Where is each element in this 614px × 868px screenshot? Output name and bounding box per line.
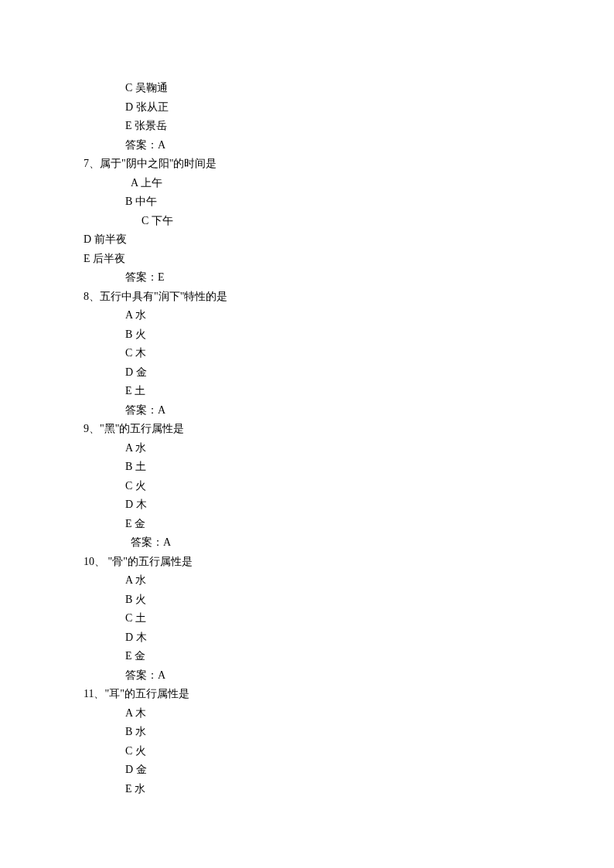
text-line: B 水 [70, 723, 614, 742]
text-line: A 水 [70, 306, 614, 325]
text-line: E 金 [70, 647, 614, 666]
document-content: C 吴鞠通D 张从正E 张景岳答案：A7、属于"阴中之阳"的时间是A 上午B 中… [70, 79, 614, 798]
text-line: 7、属于"阴中之阳"的时间是 [70, 155, 614, 174]
text-line: 答案：A [70, 136, 614, 155]
text-line: A 木 [70, 704, 614, 723]
text-line: D 张从正 [70, 98, 614, 117]
text-line: D 木 [70, 628, 614, 648]
text-line: 10、 "骨"的五行属性是 [70, 553, 614, 572]
text-line: D 前半夜 [70, 230, 614, 250]
text-line: A 水 [70, 439, 614, 458]
text-line: 11、"耳"的五行属性是 [70, 685, 614, 704]
text-line: 9、"黑"的五行属性是 [70, 420, 614, 439]
text-line: C 火 [70, 742, 614, 761]
text-line: B 火 [70, 591, 614, 610]
text-line: D 木 [70, 495, 614, 515]
text-line: C 吴鞠通 [70, 79, 614, 98]
text-line: B 火 [70, 325, 614, 345]
text-line: B 土 [70, 458, 614, 477]
text-line: C 土 [70, 609, 614, 628]
text-line: A 水 [70, 571, 614, 591]
text-line: C 木 [70, 344, 614, 363]
text-line: E 后半夜 [70, 250, 614, 269]
text-line: D 金 [70, 363, 614, 383]
text-line: E 金 [70, 515, 614, 534]
text-line: E 土 [70, 382, 614, 401]
text-line: B 中午 [70, 192, 614, 212]
text-line: E 水 [70, 780, 614, 799]
text-line: D 金 [70, 761, 614, 780]
text-line: 答案：A [70, 533, 614, 553]
text-line: 答案：A [70, 666, 614, 686]
text-line: E 张景岳 [70, 117, 614, 136]
text-line: A 上午 [70, 174, 614, 193]
text-line: 答案：A [70, 401, 614, 420]
text-line: 答案：E [70, 268, 614, 288]
text-line: C 火 [70, 477, 614, 496]
text-line: 8、五行中具有"润下"特性的是 [70, 288, 614, 307]
text-line: C 下午 [70, 212, 614, 231]
